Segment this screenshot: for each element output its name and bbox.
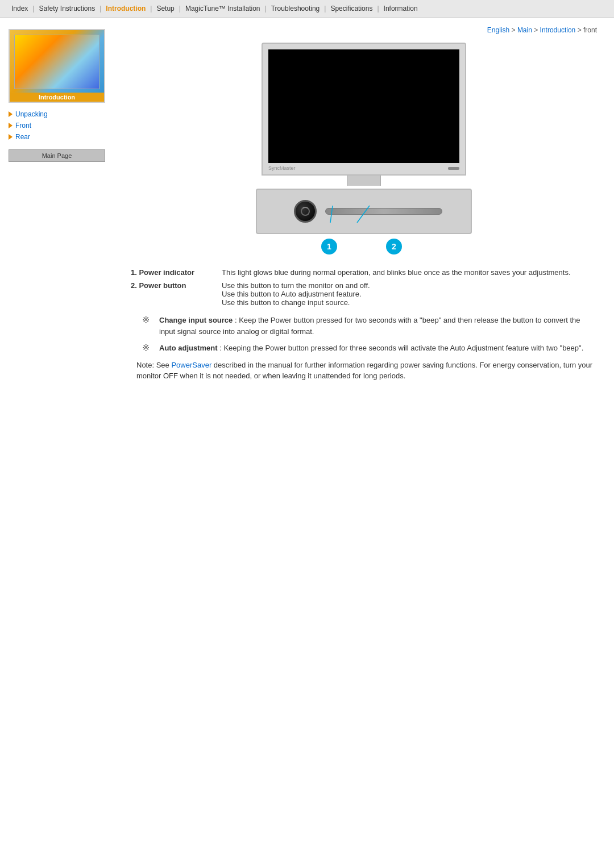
nav-setup[interactable]: Setup — [152, 3, 179, 14]
breadcrumb-main[interactable]: Main — [517, 26, 532, 34]
button-bar — [325, 208, 442, 215]
nav-specifications[interactable]: Specifications — [326, 3, 377, 14]
item-desc-1: This light glows blue during normal oper… — [222, 266, 597, 279]
nav-magictune[interactable]: MagicTune™ Installation — [181, 3, 265, 14]
item-desc-2: Use this button to turn the monitor on a… — [222, 279, 597, 309]
sidebar-image: Introduction — [9, 29, 105, 103]
nav-index[interactable]: Index — [7, 3, 32, 14]
content-area: English > Main > Introduction > front Sy… — [114, 18, 614, 395]
monitor-display: SyncMaster — [262, 43, 466, 176]
monitor-front-panel — [256, 189, 472, 234]
table-row: 1. Power indicator This light glows blue… — [131, 266, 597, 279]
sidebar-image-label: Introduction — [10, 93, 104, 102]
monitor-indicator — [448, 167, 459, 170]
sidebar-link-unpacking[interactable]: Unpacking — [0, 108, 114, 120]
monitor-diagram: SyncMaster — [131, 43, 597, 254]
sidebar-link-front[interactable]: Front — [0, 120, 114, 131]
callout-2: 2 — [386, 239, 402, 254]
note-text-1: Change input source : Keep the Power but… — [159, 315, 597, 337]
note-1: ※ Change input source : Keep the Power b… — [142, 315, 597, 337]
breadcrumb-english[interactable]: English — [487, 26, 509, 34]
table-row: 2. Power button Use this button to turn … — [131, 279, 597, 309]
sidebar-image-inner — [14, 35, 99, 89]
diagram-wrapper: 1 2 — [256, 186, 472, 254]
note-symbol-1: ※ — [142, 315, 154, 326]
item-label-1: 1. Power indicator — [131, 266, 222, 279]
note-line: Note: See PowerSaver described in the ma… — [136, 360, 597, 382]
power-saver-link[interactable]: PowerSaver — [171, 361, 211, 369]
arrow-icon — [9, 134, 13, 140]
breadcrumb: English > Main > Introduction > front — [131, 26, 597, 34]
note-2: ※ Auto adjustment : Keeping the Power bu… — [142, 343, 597, 354]
item-label-2: 2. Power button — [131, 279, 222, 309]
navbar: Index | Safety Instructions | Introducti… — [0, 0, 614, 18]
nav-safety[interactable]: Safety Instructions — [34, 3, 99, 14]
arrow-icon — [9, 111, 13, 117]
note-symbol-2: ※ — [142, 343, 154, 353]
monitor-screen — [268, 49, 459, 163]
callout-1: 1 — [321, 239, 337, 254]
note-text-2: Auto adjustment : Keeping the Power butt… — [159, 343, 583, 354]
main-page-button[interactable]: Main Page — [9, 149, 105, 162]
power-button[interactable] — [294, 200, 317, 223]
main-layout: Introduction Unpacking Front Rear Main P… — [0, 18, 614, 395]
sidebar: Introduction Unpacking Front Rear Main P… — [0, 18, 114, 395]
arrow-icon — [9, 123, 13, 128]
breadcrumb-section[interactable]: Introduction — [540, 26, 576, 34]
callouts-row: 1 2 — [256, 234, 472, 254]
monitor-brand: SyncMaster — [268, 165, 296, 171]
nav-introduction[interactable]: Introduction — [101, 3, 150, 14]
nav-troubleshooting[interactable]: Troubleshooting — [267, 3, 325, 14]
monitor-stand-neck — [347, 176, 381, 186]
description-table: 1. Power indicator This light glows blue… — [131, 266, 597, 309]
note-prefix: Note: See — [136, 361, 171, 369]
sidebar-link-rear[interactable]: Rear — [0, 131, 114, 143]
nav-information[interactable]: Information — [379, 3, 422, 14]
breadcrumb-page: front — [583, 26, 597, 34]
